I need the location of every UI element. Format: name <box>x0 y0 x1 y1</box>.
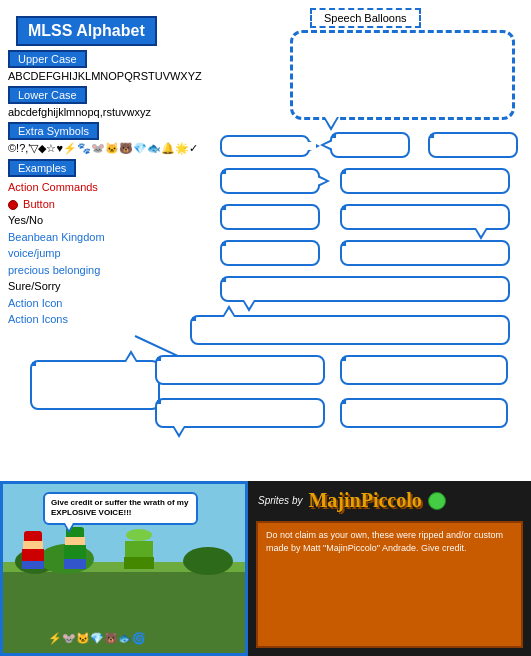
precious-belonging: precious belonging <box>8 262 223 279</box>
extra-symbols-label: Extra Symbols <box>8 122 99 140</box>
mario-sprite <box>22 531 44 569</box>
title-box: MLSS Alphabet <box>16 16 157 46</box>
bubble-row3-left <box>220 204 320 230</box>
yes-no: Yes/No <box>8 212 223 229</box>
upper-case-label: Upper Case <box>8 50 87 68</box>
alphabet-lower: abcdefghijklmnopq,rstuvwxyz <box>8 106 223 118</box>
bottom-symbols: ⚡🐭🐱💎🐻🐟🌀 <box>48 632 146 645</box>
screenshot-area: Give credit or suffer the wrath of my EX… <box>0 481 248 656</box>
examples-label: Examples <box>8 159 76 177</box>
credit-header: Sprites by MajinPiccolo <box>258 489 446 512</box>
tail-inner <box>126 354 136 362</box>
credit-area: Sprites by MajinPiccolo Do not claim as … <box>248 481 531 656</box>
button-example: Button <box>8 196 223 213</box>
bubble-row2-right <box>340 168 510 194</box>
alphabet-upper: ABCDEFGHIJKLMNOPQRSTUVWXYZ <box>8 70 223 82</box>
tail-inner <box>174 426 184 434</box>
tail-inner <box>317 177 326 185</box>
bubble-row5-wide <box>220 276 510 302</box>
bubble-tail-inner <box>65 523 73 530</box>
action-icon: Action Icon <box>8 295 223 312</box>
bubble-far-right-1 <box>428 132 518 158</box>
tail-inner <box>476 228 486 236</box>
in-game-text: Give credit or suffer the wrath of my EX… <box>51 498 188 517</box>
bubble-medium-1 <box>330 132 410 158</box>
tail-inner <box>224 309 234 317</box>
bubble-row4-right <box>340 240 510 266</box>
tail-inner <box>244 300 254 308</box>
in-game-bubble: Give credit or suffer the wrath of my EX… <box>43 492 198 525</box>
bubble-row4-left <box>220 240 320 266</box>
sprites-by-text: Sprites by <box>258 495 302 506</box>
bubble-large-dashed <box>290 30 515 120</box>
beanbean-kingdom: Beanbean Kingdom <box>8 229 223 246</box>
left-panel: MLSS Alphabet Upper Case ABCDEFGHIJKLMNO… <box>8 8 223 328</box>
bubble-row8-right <box>340 398 508 428</box>
action-commands: Action Commands <box>8 179 223 196</box>
circle-icon <box>8 200 18 210</box>
luigi-sprite <box>64 527 86 569</box>
creature-icon <box>428 492 446 510</box>
bubble-row2-left <box>220 168 320 194</box>
bubble-row3-right <box>340 204 510 230</box>
bubble-lower-left <box>30 360 160 410</box>
extra-symbols: ©!?,'▽◆☆♥⚡🐾🐭🐱🐻💎🐟🔔🌟✓ <box>8 142 223 155</box>
speech-balloons-label: Speech Balloons <box>310 8 421 28</box>
bubble-row8-left <box>155 398 325 428</box>
majin-piccolo-title: MajinPiccolo <box>308 489 421 512</box>
tail-inner <box>324 141 333 149</box>
disclaimer-box: Do not claim as your own, these were rip… <box>256 521 523 648</box>
sure-sorry: Sure/Sorry <box>8 278 223 295</box>
title-text: MLSS Alphabet <box>28 22 145 39</box>
enemy-sprite <box>124 529 154 569</box>
examples-text: Action Commands Button Yes/No Beanbean K… <box>8 179 223 328</box>
bubble-row6 <box>190 315 510 345</box>
bubble-small-1 <box>220 135 310 157</box>
bubble-tail-inner <box>325 117 337 127</box>
voice-jump: voice/jump <box>8 245 223 262</box>
disclaimer-text: Do not claim as your own, these were rip… <box>266 530 503 553</box>
bubble-row7-far-right <box>340 355 508 385</box>
bubble-row7-right <box>155 355 325 385</box>
lower-case-label: Lower Case <box>8 86 87 104</box>
